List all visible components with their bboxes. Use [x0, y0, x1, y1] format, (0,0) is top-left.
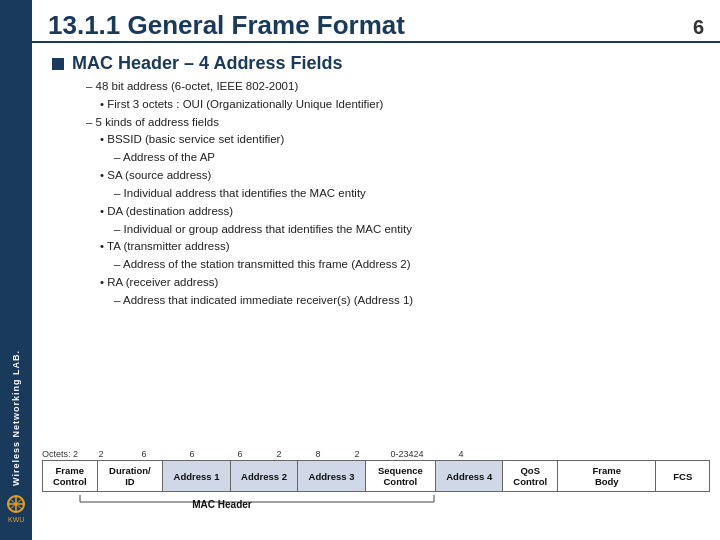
field-duration: Duration/ID: [97, 461, 163, 492]
page-title: 13.1.1 General Frame Format: [48, 10, 693, 41]
octet-8: 8: [294, 449, 342, 459]
line2e1: – Address that indicated immediate recei…: [66, 292, 700, 310]
line2: – 5 kinds of address fields: [66, 114, 700, 132]
mac-header-indicator: MAC Header: [42, 494, 710, 512]
field-frame-control: FrameControl: [43, 461, 98, 492]
octet-6b: 6: [168, 449, 216, 459]
content-area: MAC Header – 4 Address Fields – 48 bit a…: [32, 49, 720, 314]
line2c1: – Individual or group address that ident…: [66, 221, 700, 239]
text-block: – 48 bit address (6-octet, IEEE 802-2001…: [52, 78, 700, 310]
octet-var: 0-23424: [372, 449, 442, 459]
field-frame-body: FrameBody: [558, 461, 656, 492]
line2b1: – Individual address that identifies the…: [66, 185, 700, 203]
sidebar: Wireless Networking LAB. KWU: [0, 0, 32, 540]
octet-6a: 6: [120, 449, 168, 459]
frame-table-area: Octets: 2 2 6 6 6 2 8 2 0-23424 4 FrameC…: [42, 449, 710, 512]
line2d1: – Address of the station transmitted thi…: [66, 256, 700, 274]
field-sequence: SequenceControl: [365, 461, 435, 492]
line2a: • BSSID (basic service set identifier): [66, 131, 700, 149]
sidebar-text: Wireless Networking LAB.: [11, 350, 21, 486]
line2b: • SA (source address): [66, 167, 700, 185]
line2e: • RA (receiver address): [66, 274, 700, 292]
line1a: • First 3 octets : OUI (Organizationally…: [66, 96, 700, 114]
section-title: MAC Header – 4 Address Fields: [52, 53, 700, 74]
field-fcs: FCS: [656, 461, 710, 492]
octets-label: Octets: 2: [42, 449, 78, 459]
line2a1: – Address of the AP: [66, 149, 700, 167]
field-address1: Address 1: [163, 461, 231, 492]
page-number: 6: [693, 10, 704, 39]
octet-2c: 2: [342, 449, 372, 459]
octet-2b: 2: [264, 449, 294, 459]
frame-table: FrameControl Duration/ID Address 1 Addre…: [42, 460, 710, 492]
main-content: 13.1.1 General Frame Format 6 MAC Header…: [32, 0, 720, 540]
octet-6c: 6: [216, 449, 264, 459]
octet-4: 4: [442, 449, 480, 459]
line1: – 48 bit address (6-octet, IEEE 802-2001…: [66, 78, 700, 96]
line2c: • DA (destination address): [66, 203, 700, 221]
bullet-icon: [52, 58, 64, 70]
field-address2: Address 2: [230, 461, 298, 492]
svg-text:KWU: KWU: [8, 516, 24, 523]
page-header: 13.1.1 General Frame Format 6: [32, 0, 720, 43]
octets-row: Octets: 2 2 6 6 6 2 8 2 0-23424 4: [42, 449, 710, 459]
kwangwoon-logo: KWU: [4, 494, 28, 524]
mac-header-bracket-svg: MAC Header: [42, 494, 710, 508]
field-qos: QoSControl: [503, 461, 558, 492]
line2d: • TA (transmitter address): [66, 238, 700, 256]
octet-2a: 2: [82, 449, 120, 459]
field-address4: Address 4: [435, 461, 503, 492]
section-title-text: MAC Header – 4 Address Fields: [72, 53, 342, 74]
field-address3: Address 3: [298, 461, 366, 492]
svg-text:MAC Header: MAC Header: [192, 499, 252, 508]
